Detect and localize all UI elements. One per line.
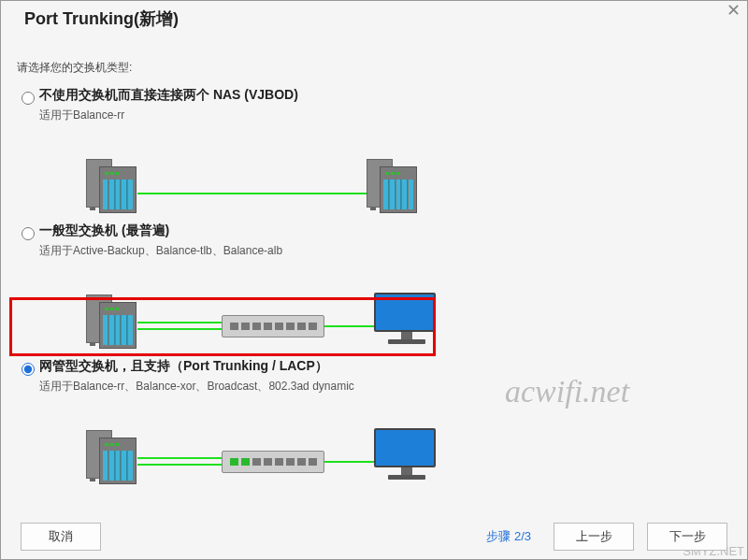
nas-icon [86, 430, 146, 486]
next-button[interactable]: 下一步 [647, 523, 727, 551]
radio-general-switch[interactable] [22, 227, 35, 240]
switch-icon [222, 315, 324, 337]
option-title: 不使用交换机而直接连接两个 NAS (VJBOD) [39, 87, 731, 104]
diagram-managed [86, 402, 460, 486]
option-managed-switch[interactable]: 网管型交换机，且支持（Port Trunking / LACP） 适用于Bala… [17, 358, 731, 486]
option-title: 网管型交换机，且支持（Port Trunking / LACP） [39, 358, 731, 375]
page-title: Port Trunking(新增) [24, 7, 179, 30]
prev-button[interactable]: 上一步 [554, 523, 634, 551]
option-general-switch[interactable]: 一般型交换机 (最普遍) 适用于Active-Backup、Balance-tl… [17, 223, 731, 351]
option-sub: 适用于Balance-rr [39, 108, 731, 123]
radio-managed-switch[interactable] [22, 363, 35, 376]
option-sub: 适用于Active-Backup、Balance-tlb、Balance-alb [39, 243, 731, 259]
pc-icon [374, 428, 439, 484]
radio-direct-nas[interactable] [22, 92, 35, 105]
close-icon[interactable]: ✕ [726, 0, 741, 21]
option-direct-nas[interactable]: 不使用交换机而直接连接两个 NAS (VJBOD) 适用于Balance-rr [17, 87, 731, 215]
pc-icon [374, 293, 439, 349]
diagram-direct [86, 131, 460, 215]
option-title: 一般型交换机 (最普遍) [39, 223, 731, 239]
switch-icon [222, 451, 324, 473]
diagram-general [86, 266, 460, 351]
content-area: 请选择您的交换机类型: 不使用交换机而直接连接两个 NAS (VJBOD) 适用… [0, 47, 748, 513]
nas-icon [86, 294, 146, 351]
prompt-text: 请选择您的交换机类型: [17, 60, 731, 76]
step-indicator: 步骤 2/3 [486, 528, 531, 545]
option-sub: 适用于Balance-rr、Balance-xor、Broadcast、802.… [39, 379, 731, 395]
nas-icon [367, 159, 426, 215]
nas-icon [86, 159, 146, 215]
cancel-button[interactable]: 取消 [21, 523, 101, 551]
footer-bar: 取消 步骤 2/3 上一步 下一步 [0, 513, 748, 560]
